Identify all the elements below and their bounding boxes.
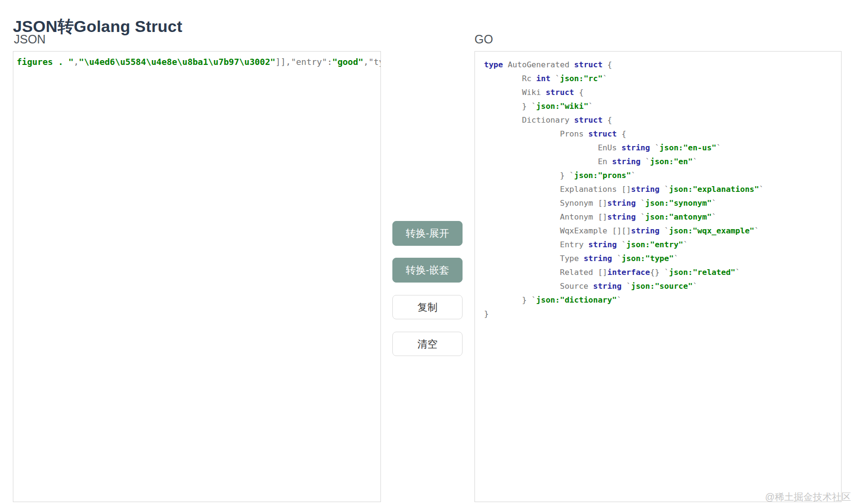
code-line: } `json:"prons"` [484, 168, 832, 182]
json-panel-label: JSON [14, 32, 46, 46]
watermark: @稀土掘金技术社区 [765, 491, 851, 504]
code-line: Explanations []string `json:"explanation… [484, 182, 832, 196]
go-panel-label: GO [474, 32, 493, 46]
code-line: Antonym []string `json:"antonym"` [484, 210, 832, 224]
code-line: } [484, 307, 832, 321]
code-line: Rc int `json:"rc"` [484, 72, 832, 85]
code-line: Entry string `json:"entry"` [484, 238, 832, 252]
convert-expand-button[interactable]: 转换-展开 [392, 221, 463, 246]
code-line: Dictionary struct { [484, 113, 832, 127]
code-line: Synonym []string `json:"synonym"` [484, 196, 832, 210]
code-line: En string `json:"en"` [484, 155, 832, 168]
convert-nested-button[interactable]: 转换-嵌套 [392, 258, 463, 283]
code-line: Wiki struct { [484, 85, 832, 99]
json-input-editor[interactable]: figures . ","\u4ed6\u5584\u4e8e\u8ba1\u7… [13, 51, 381, 502]
clear-button[interactable]: 清空 [392, 332, 463, 356]
code-line: Related []interface{} `json:"related"` [484, 265, 832, 279]
code-line: WqxExample [][]string `json:"wqx_example… [484, 224, 832, 238]
copy-button[interactable]: 复制 [392, 295, 463, 319]
code-line: } `json:"wiki"` [484, 99, 832, 113]
code-line: type AutoGenerated struct { [484, 58, 832, 72]
code-line: Prons struct { [484, 127, 832, 141]
code-line: Source string `json:"source"` [484, 279, 832, 293]
code-line: } `json:"dictionary"` [484, 293, 832, 307]
go-output-editor[interactable]: type AutoGenerated struct { Rc int `json… [474, 51, 842, 502]
code-line: EnUs string `json:"en-us"` [484, 141, 832, 155]
code-line: figures . ","\u4ed6\u5584\u4e8e\u8ba1\u7… [17, 56, 377, 68]
code-line: Type string `json:"type"` [484, 252, 832, 265]
